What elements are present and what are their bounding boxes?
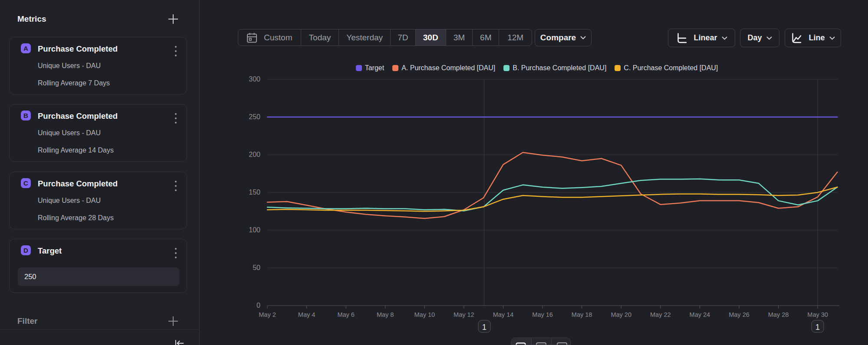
svg-text:May 28: May 28 (768, 311, 789, 318)
svg-text:200: 200 (249, 151, 260, 158)
svg-text:May 6: May 6 (337, 311, 355, 318)
svg-text:250: 250 (249, 113, 260, 120)
svg-text:1: 1 (482, 322, 487, 332)
svg-text:May 18: May 18 (572, 311, 592, 318)
svg-text:150: 150 (249, 189, 260, 196)
svg-text:0: 0 (256, 302, 260, 309)
svg-text:300: 300 (249, 75, 260, 83)
svg-text:May 14: May 14 (493, 311, 514, 318)
svg-text:May 22: May 22 (650, 311, 671, 318)
svg-text:May 8: May 8 (377, 311, 394, 318)
svg-text:May 10: May 10 (414, 311, 435, 318)
svg-text:May 26: May 26 (729, 311, 750, 318)
svg-text:50: 50 (253, 264, 260, 271)
svg-text:May 30: May 30 (807, 311, 828, 318)
svg-text:May 12: May 12 (454, 311, 474, 318)
svg-text:May 16: May 16 (532, 311, 553, 318)
svg-text:May 4: May 4 (298, 311, 316, 318)
svg-text:May 20: May 20 (611, 311, 631, 318)
svg-text:May 2: May 2 (259, 311, 276, 318)
svg-text:1: 1 (815, 322, 820, 332)
svg-text:May 24: May 24 (690, 311, 710, 318)
svg-text:100: 100 (249, 226, 260, 234)
